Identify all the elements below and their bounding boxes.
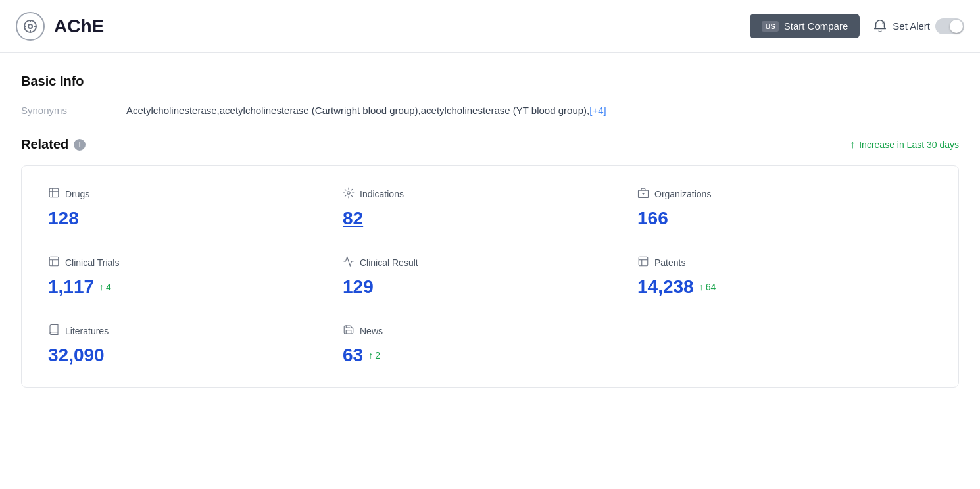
stat-value-clinical-result[interactable]: 129 bbox=[343, 276, 374, 297]
stat-icon-drugs bbox=[48, 187, 60, 201]
stat-label-row-news: News bbox=[343, 324, 637, 338]
stat-item-clinical-trials: Clinical Trials 1,117 ↑4 bbox=[48, 255, 343, 297]
stat-label-row-clinical-trials: Clinical Trials bbox=[48, 255, 343, 270]
set-alert-area: Set Alert bbox=[873, 18, 964, 34]
synonyms-label: Synonyms bbox=[21, 105, 100, 116]
set-alert-toggle[interactable] bbox=[935, 18, 964, 34]
stat-icon-news bbox=[343, 324, 355, 338]
stat-value-row-literatures: 32,090 bbox=[48, 345, 343, 366]
svg-point-6 bbox=[347, 192, 351, 195]
stat-value-row-clinical-result: 129 bbox=[343, 276, 637, 297]
stat-item-organizations: Organizations 166 bbox=[637, 187, 932, 229]
stat-value-drugs[interactable]: 128 bbox=[48, 208, 79, 229]
stat-label-indications: Indications bbox=[360, 189, 404, 199]
stat-value-literatures[interactable]: 32,090 bbox=[48, 345, 105, 366]
stat-icon-patents bbox=[637, 255, 649, 270]
stat-value-row-clinical-trials: 1,117 ↑4 bbox=[48, 276, 343, 297]
stat-icon-organizations bbox=[637, 187, 649, 201]
stat-label-clinical-result: Clinical Result bbox=[360, 257, 418, 268]
increase-arrow-icon: ↑ bbox=[850, 139, 855, 151]
stat-label-drugs: Drugs bbox=[65, 189, 89, 199]
up-arrow-icon: ↑ bbox=[99, 282, 104, 292]
related-grid: Drugs 128 Indications 82 Organizations 1… bbox=[48, 187, 932, 366]
alert-icon bbox=[873, 19, 887, 34]
stat-value-patents[interactable]: 14,238 bbox=[637, 276, 694, 297]
stat-value-row-drugs: 128 bbox=[48, 208, 343, 229]
stat-item-drugs: Drugs 128 bbox=[48, 187, 343, 229]
start-compare-button[interactable]: US Start Compare bbox=[750, 14, 860, 38]
stat-value-indications[interactable]: 82 bbox=[343, 208, 363, 229]
set-alert-label: Set Alert bbox=[893, 20, 930, 32]
header: AChE US Start Compare Set Alert bbox=[0, 0, 980, 53]
related-header: Related i ↑ Increase in Last 30 days bbox=[21, 137, 959, 152]
increase-text: Increase in Last 30 days bbox=[859, 140, 959, 150]
related-info-icon[interactable]: i bbox=[74, 139, 86, 151]
stat-value-row-news: 63 ↑2 bbox=[343, 345, 637, 366]
stat-label-row-organizations: Organizations bbox=[637, 187, 932, 201]
synonyms-more-link[interactable]: [+4] bbox=[589, 105, 606, 116]
stat-item-news: News 63 ↑2 bbox=[343, 324, 637, 366]
stat-label-row-drugs: Drugs bbox=[48, 187, 343, 201]
stat-label-clinical-trials: Clinical Trials bbox=[65, 257, 119, 268]
stat-increase-clinical-trials: ↑4 bbox=[99, 282, 111, 292]
stat-increase-news: ↑2 bbox=[368, 350, 380, 361]
header-right: US Start Compare Set Alert bbox=[750, 14, 964, 38]
stat-value-row-patents: 14,238 ↑64 bbox=[637, 276, 932, 297]
stat-item-literatures: Literatures 32,090 bbox=[48, 324, 343, 366]
stat-value-row-indications: 82 bbox=[343, 208, 637, 229]
synonyms-value: Acetylcholinesterase,acetylcholinesteras… bbox=[126, 105, 606, 116]
related-box: Drugs 128 Indications 82 Organizations 1… bbox=[21, 165, 959, 388]
synonyms-row: Synonyms Acetylcholinesterase,acetylchol… bbox=[21, 105, 959, 116]
increase-label: ↑ Increase in Last 30 days bbox=[850, 139, 959, 151]
stat-value-clinical-trials[interactable]: 1,117 bbox=[48, 276, 94, 297]
stat-icon-clinical-result bbox=[343, 255, 355, 270]
stat-label-row-literatures: Literatures bbox=[48, 324, 343, 338]
basic-info-title: Basic Info bbox=[21, 74, 959, 89]
stat-label-row-clinical-result: Clinical Result bbox=[343, 255, 637, 270]
stat-icon-indications bbox=[343, 187, 355, 201]
svg-point-1 bbox=[28, 24, 32, 28]
main-content: Basic Info Synonyms Acetylcholinesterase… bbox=[0, 53, 980, 409]
stat-item-clinical-result: Clinical Result 129 bbox=[343, 255, 637, 297]
stat-icon-literatures bbox=[48, 324, 60, 338]
up-arrow-icon: ↑ bbox=[699, 282, 704, 292]
svg-rect-10 bbox=[49, 257, 59, 266]
page-title: AChE bbox=[54, 16, 104, 37]
stat-label-news: News bbox=[360, 326, 383, 336]
stat-label-row-patents: Patents bbox=[637, 255, 932, 270]
stat-icon-clinical-trials bbox=[48, 255, 60, 270]
stat-value-news[interactable]: 63 bbox=[343, 345, 363, 366]
stat-item-patents: Patents 14,238 ↑64 bbox=[637, 255, 932, 297]
stat-value-row-organizations: 166 bbox=[637, 208, 932, 229]
related-section: Related i ↑ Increase in Last 30 days Dru… bbox=[21, 137, 959, 388]
stat-value-organizations[interactable]: 166 bbox=[637, 208, 668, 229]
header-left: AChE bbox=[16, 12, 104, 41]
svg-rect-11 bbox=[639, 257, 648, 266]
related-title: Related bbox=[21, 137, 68, 152]
stat-label-patents: Patents bbox=[654, 257, 685, 268]
up-arrow-icon: ↑ bbox=[368, 350, 373, 361]
stat-label-row-indications: Indications bbox=[343, 187, 637, 201]
basic-info-section: Basic Info Synonyms Acetylcholinesterase… bbox=[21, 74, 959, 116]
related-title-area: Related i bbox=[21, 137, 86, 152]
stat-label-literatures: Literatures bbox=[65, 326, 109, 336]
stat-item-indications: Indications 82 bbox=[343, 187, 637, 229]
stat-increase-patents: ↑64 bbox=[699, 282, 716, 292]
stat-label-organizations: Organizations bbox=[654, 189, 711, 199]
start-compare-label: Start Compare bbox=[784, 20, 848, 32]
compare-badge: US bbox=[762, 21, 778, 32]
logo-icon bbox=[16, 12, 45, 41]
